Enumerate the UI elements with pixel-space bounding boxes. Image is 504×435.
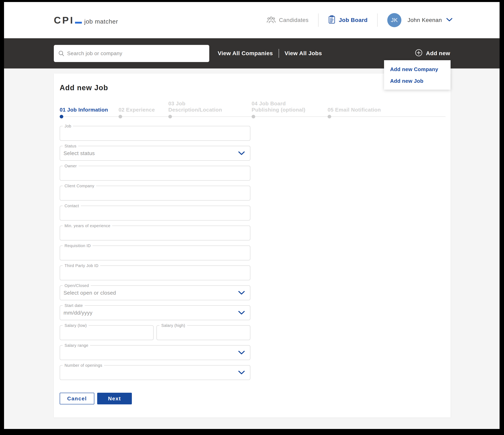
chevron-down-icon bbox=[446, 18, 452, 22]
salary-row: Salary (low)Salary (high) bbox=[60, 325, 250, 345]
stepper-dot bbox=[328, 115, 331, 118]
logo-text: CPI bbox=[54, 15, 74, 26]
field-label: Salary range bbox=[63, 343, 90, 348]
field-label: Client Company bbox=[63, 184, 96, 188]
stepper-dot bbox=[252, 115, 255, 118]
min-years-of-experience-field: Min. years of experience bbox=[60, 226, 250, 240]
select-placeholder: Select open or closed bbox=[63, 290, 116, 296]
salary-range-field: Salary range bbox=[60, 345, 250, 360]
start-date-select[interactable]: mm/dd/yyyy bbox=[60, 306, 250, 320]
field-label: Start date bbox=[63, 303, 85, 308]
nav-job-board[interactable]: Job Board bbox=[328, 15, 368, 25]
stepper-dot bbox=[118, 115, 122, 118]
header-divider bbox=[377, 14, 378, 27]
nav-candidates[interactable]: Candidates bbox=[267, 16, 309, 25]
cancel-button[interactable]: Cancel bbox=[60, 393, 94, 404]
search-icon bbox=[58, 50, 65, 57]
view-all-jobs-link[interactable]: View All Jobs bbox=[285, 50, 322, 57]
number-of-openings-field: Number of openings bbox=[60, 365, 250, 380]
menu-item-add-new-company[interactable]: Add new Company bbox=[390, 66, 445, 72]
field-label: Min. years of experience bbox=[63, 224, 112, 228]
nav-job-board-label: Job Board bbox=[339, 17, 368, 23]
add-new-menu: Add new Company Add new Job bbox=[384, 60, 450, 90]
salary-high-field: Salary (high) bbox=[156, 325, 250, 340]
nav-candidates-label: Candidates bbox=[279, 17, 309, 23]
field-label: Open/Closed bbox=[63, 283, 91, 288]
logo-suffix: job matcher bbox=[84, 18, 118, 25]
owner-input[interactable] bbox=[60, 166, 250, 180]
clipboard-icon bbox=[328, 15, 335, 25]
add-new-button[interactable]: Add new bbox=[415, 49, 450, 58]
stepper-step[interactable]: 03 Job Description/Location bbox=[168, 101, 231, 113]
search-box bbox=[54, 45, 209, 62]
view-all-companies-link[interactable]: View All Companies bbox=[218, 50, 273, 57]
logo-underscore-mark bbox=[75, 22, 82, 24]
add-new-job-card: Add new Job 01 Job Information02 Experie… bbox=[54, 73, 450, 418]
stepper-dot bbox=[60, 115, 63, 118]
main-content: Add new Job 01 Job Information02 Experie… bbox=[4, 69, 500, 429]
user-menu[interactable]: JK John Keenan bbox=[387, 13, 452, 27]
form-actions: Cancel Next bbox=[60, 393, 446, 404]
owner-field: Owner bbox=[60, 166, 250, 181]
field-label: Job bbox=[63, 124, 73, 129]
add-new-label: Add new bbox=[426, 50, 450, 57]
field-label: Third Party Job ID bbox=[63, 263, 100, 268]
contact-input[interactable] bbox=[60, 206, 250, 220]
status-field: StatusSelect status bbox=[60, 146, 250, 161]
header-divider bbox=[318, 14, 319, 27]
menu-item-add-new-job[interactable]: Add new Job bbox=[390, 78, 445, 84]
open-closed-field: Open/ClosedSelect open or closed bbox=[60, 285, 250, 300]
contact-field: Contact bbox=[60, 206, 250, 220]
people-icon bbox=[267, 16, 276, 25]
select-placeholder: Select status bbox=[63, 150, 95, 157]
stepper: 01 Job Information02 Experience03 Job De… bbox=[60, 96, 446, 120]
job-field: Job bbox=[60, 126, 250, 141]
third-party-job-id-field: Third Party Job ID bbox=[60, 265, 250, 280]
app-header: CPI job matcher Candidates bbox=[4, 2, 500, 38]
field-label: Salary (low) bbox=[63, 323, 89, 328]
next-button[interactable]: Next bbox=[97, 393, 132, 404]
toolbar-divider bbox=[279, 49, 279, 58]
select-placeholder: mm/dd/yyyy bbox=[63, 310, 92, 316]
app-logo[interactable]: CPI job matcher bbox=[54, 15, 118, 26]
field-label: Number of openings bbox=[63, 363, 104, 368]
user-name: John Keenan bbox=[407, 17, 442, 23]
field-label: Contact bbox=[63, 204, 81, 208]
app-window: CPI job matcher Candidates bbox=[4, 2, 500, 429]
field-label: Salary (high) bbox=[160, 323, 187, 328]
requisition-id-field: Requisition ID bbox=[60, 245, 250, 261]
avatar: JK bbox=[387, 13, 401, 27]
field-label: Owner bbox=[63, 164, 79, 168]
stepper-step[interactable]: 05 Email Notification bbox=[328, 107, 390, 113]
field-label: Status bbox=[63, 144, 78, 148]
search-input[interactable] bbox=[54, 45, 209, 62]
job-input[interactable] bbox=[60, 126, 250, 140]
circle-plus-icon bbox=[415, 49, 423, 58]
salary-low-field: Salary (low) bbox=[60, 325, 154, 340]
stepper-step[interactable]: 01 Job Information bbox=[60, 107, 122, 113]
stepper-dot bbox=[168, 115, 172, 118]
stepper-step[interactable]: 04 Job Board Publishing (optional) bbox=[252, 101, 314, 113]
field-label: Requisition ID bbox=[63, 244, 92, 248]
start-date-field: Start datemm/dd/yyyy bbox=[60, 305, 250, 320]
header-nav: Candidates Job Board JK John Keenan bbox=[267, 13, 452, 27]
status-select[interactable]: Select status bbox=[60, 146, 250, 160]
job-form: JobStatusSelect statusOwnerClient Compan… bbox=[60, 126, 250, 380]
client-company-field: Client Company bbox=[60, 186, 250, 200]
